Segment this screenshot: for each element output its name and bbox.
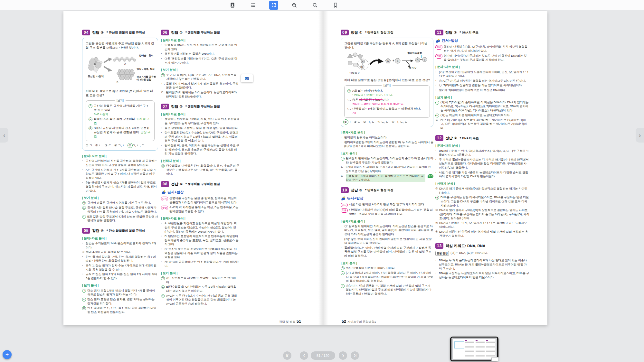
section-title: | 선택지 분석 | (435, 181, 529, 186)
book-spread: 08 04정답 ⑤＊규산염 광물의 결합 규칙성 그림은 규산염 사면체와 주요… (63, 11, 547, 325)
item-text: ㉠(아미노산)의 종류와 수, 결합 순서에 따라 단백질의 입체 구조가 달라… (346, 284, 433, 296)
choice-label: ㄷ (109, 144, 111, 148)
answer-choice: ④ㄱ, ㄴ (114, 144, 126, 148)
item-marker: · (82, 264, 84, 268)
choice-number: ③ (363, 120, 366, 124)
bogi-item: ㄴ. ㉠은 이산화 탄소(CO₂)이다.펩타이드결합이 일어나 H₂O가 빠져나… (347, 98, 427, 106)
item-marker: · (341, 246, 343, 250)
problem-header: 05정답 ⑤＊탄소 화합물의 결합 규칙성 (82, 228, 158, 234)
topic-label: ＊생명체를 구성하는 물질 (185, 30, 220, 34)
clue-item: 단서서로 다른 단백질 A와 B의 형성 과정 일부가 제시되어 있다. (341, 202, 433, 207)
download-page-icon[interactable] (228, 1, 237, 10)
analysis-item: ·B: 단당류인 포도당이 대표적이므로 탄수화물에 해당한다. 탄수화물의 종… (161, 234, 239, 246)
item-text: 개의 펩타이드결합으로 이루어져 있다. (370, 107, 421, 110)
page-indicator[interactable]: 51 / 120 (311, 351, 335, 360)
bogi-item: ㄷ B에서 규산염 사면체의 산소 4개는 인접한 규산염 사면체와 공유 결합… (89, 126, 152, 139)
footer-label: 자이스토리 통합과학1 (347, 320, 376, 323)
analysis-item: ·A는 규산염 사면체가 산소 2개를 공유하여 단일 사슬 모양으로 결합한 … (82, 168, 158, 180)
topic-label: ＊생명체를 구성하는 물질 (185, 182, 220, 186)
next-page-edge-button[interactable]: › (636, 128, 644, 143)
item-marker: ㄴ (341, 271, 345, 275)
answer-choice: ②ㄷ (354, 120, 361, 124)
next-page-button[interactable]: ❯ (339, 351, 347, 360)
analysis-section: | 문제+자료 분석 |·탄소는 주기율표의 14족 원소이므로 원자가 전자가… (82, 236, 158, 281)
item-marker: ㄷ (161, 294, 165, 298)
item-marker: · (82, 241, 84, 246)
item-text: B(탄수화물)와 C(단백질)는 모두 1 g당 4 kcal의 열량을 내는 … (166, 285, 239, 293)
chapter-tab[interactable]: 08 (241, 74, 253, 82)
choice-number: ④ (377, 120, 380, 124)
item-text: A는 유전정보를 저장하고 전달하는 물질이므로 핵산이다. (166, 276, 239, 284)
item-text: 2개의 아미노산 사이에 물 분자 1개가 빠지면서 펩타이드결합이 형성되므로… (346, 165, 433, 173)
item-text: ㉡: T(타이민)과 상보적인 결합을 하는 염기이므로 A(아데닌)이다. (439, 83, 529, 88)
diagram-label-b: B (117, 80, 118, 84)
item-text: DNA를 구성하는 당은 디옥시리보스이고, RNA를 구성하는 당은 리보스이… (440, 195, 529, 208)
left-page-column-1: 04정답 ⑤＊규산염 광물의 결합 규칙성 그림은 규산염 사면체와 주요 규산… (82, 29, 158, 320)
topic-label: ＊DNA의 구조 (459, 30, 478, 34)
analysis-section: | 보기 분석 |ㄱ㉠은 단백질의 단위체인 아미노산이다.ㄴ(가) 과정에서 … (341, 261, 433, 296)
bookmark-icon[interactable] (331, 1, 340, 10)
left-page-footer: 정답 및 해설51 (224, 319, 302, 324)
item-marker: · (341, 140, 343, 144)
clue-lightbulb-icon (341, 196, 346, 201)
item-text: 휘석은 A와 같은 단사슬 결합 구조로, 규산염 사면체가 양쪽의 산소를 공… (87, 206, 158, 214)
analysis-section: | 문제+자료 분석 |·규산염 사면체끼리 산소를 공유하여 결합할 때 공유… (82, 154, 158, 193)
topic-label: ＊단백질의 형성 과정 (364, 30, 393, 34)
analysis-item: ㄷ.단백질(B)의 단위체는 아미노산이다. 뉴클레오타이드가 단위체인 것은 … (161, 90, 239, 98)
analysis-item: ㄷ.㉠은 G(구아닌)과 상보적인 결합을 하는 염기이므로 C(사이토신)이고… (435, 118, 529, 130)
analysis-item: ·탄소는 주기율표의 14족 원소이므로 원자가 전자가 4개이다. (82, 241, 158, 249)
problem-header: 09정답 ①＊단백질의 형성 과정 (341, 30, 433, 35)
item-marker: · (341, 237, 343, 241)
problem-header: 08정답 ⑤＊생명체를 구성하는 물질 (161, 181, 239, 187)
clue-title: 단서+발상 (167, 190, 184, 195)
analysis-section: | 문제+자료 분석 |·단백질과 DNA는 모두 탄소 화합물이므로 구성 원… (161, 38, 239, 65)
analysis-section: | 보기 분석 |ㄱ탄소 원자 모형 1개에 반드시 결합 막대 4개를 꽂아야… (82, 283, 158, 314)
clue-badge: 발상 (161, 206, 168, 210)
choice-label: ㄱ (89, 144, 92, 148)
analysis-item: ·서로 다른 염기를 가진 4종류의 뉴클레오타이드가 다양한 순서로 결합하여… (435, 171, 529, 179)
bottom-navigation: |❮ ❮ 51 / 120 ❯ ❯| (0, 351, 644, 360)
item-text: (가)에 T(타이민)이 존재하므로 이 핵산은 DNA이다. DNA의 염기에… (440, 100, 529, 113)
item-text: 염기에 T(타이민)이 존재하므로 이 핵산은 DNA이다. (439, 88, 529, 92)
item-marker: · (161, 221, 163, 226)
analysis-item: ·(가): 많은 수의 아미노산이 펩타이드결합으로 연결되어 긴 사슬 모양의… (341, 237, 433, 245)
clue-badge: 적용 (435, 54, 442, 59)
last-page-button[interactable]: ❯| (351, 351, 359, 360)
search-icon[interactable] (310, 1, 319, 10)
item-marker: ㄴ. (161, 82, 165, 86)
protein-formation-diagram: 단백질 X A B A + B 펩타이드결합 ㉠ H₂O A B (344, 51, 430, 77)
analysis-item: ·C: 효소와 호르몬의 주성분이므로 단백질에 해당한다. 단백질은 생물체 … (161, 247, 239, 259)
item-text: B는 규산염 사면체가 산소 4개를 공유하여 입체 구조로 결합한 망상 구조… (86, 181, 158, 193)
thumbnail-page-chip[interactable] (491, 357, 499, 361)
item-marker: · (161, 43, 163, 47)
item-text: A는 규산염 사면체가 산소 2개를 공유하여 단일 사슬 모양으로 결합한 단… (86, 168, 158, 180)
item-marker: ➡ (82, 250, 85, 254)
analysis-section: | 보기 분석 |ㄱA는 유전정보를 저장하고 전달하는 물질이므로 핵산이다.… (161, 271, 239, 306)
choice-number: ① (344, 120, 347, 124)
zoom-in-icon[interactable] (290, 1, 299, 10)
item-text: ㉠은 '유전정보를 저장하는가?'이고, ㉡은 '구성 원소에 탄소가 있는가?… (165, 57, 239, 65)
item-text: 탄수화물과 단백질은 탄소 화합물이다. 효소, 호르몬의 주성분은 단백질이므… (166, 164, 239, 176)
choice-number: ⑤ (392, 120, 394, 124)
analysis-item: ·B는 규산염 사면체가 산소 4개를 공유하여 입체 구조로 결합한 망상 구… (82, 181, 158, 193)
answer-label: 정답 ② (445, 135, 457, 141)
analysis-item: ㄷB와 같은 망상 구조에서 4개의 산소는 인접한 규산염 사면체와 공유 결… (82, 215, 158, 223)
item-text: (가): 핵산의 기본 단위체인 뉴클레오타이드이며, 인산, 당, 염기가 1… (439, 70, 529, 78)
question-stem: 이에 대한 설명으로 옳은 것만을 [보기]에서 있는 대로 고른 것은? (344, 78, 430, 82)
previous-page-button[interactable]: ❮ (300, 351, 308, 360)
clue-item: 단서생명체를 구성하는 물질 중 단백질, 탄수화물, 핵산의 공통점과 차이점… (161, 196, 239, 204)
toc-list-icon[interactable] (249, 1, 258, 10)
right-page-column-2: 11정답 ③＊DNA의 구조단서+발상단서핵산의 단위체 (가)와, G(구아닌… (435, 29, 529, 320)
analysis-item: ⑤DNA의 이중나선 안쪽에 있는 염기쌍의 배열 순서에 따라 저장되는 유전… (435, 230, 529, 238)
fullscreen-icon[interactable] (269, 1, 278, 10)
analysis-item: ㄱ규산염 광물은 규산염 사면체를 기본 구조로 한다. (82, 201, 158, 205)
left-page-column-2: 06정답 ①＊생명체를 구성하는 물질| 문제+자료 분석 |·단백질과 DNA… (161, 29, 239, 320)
item-marker: · (161, 126, 163, 130)
first-page-button[interactable]: |❮ (283, 351, 291, 360)
clue-block: 단서+발상단서핵산의 단위체 (가)와, G(구아닌), T(타이민)와 각각 … (435, 38, 529, 62)
page-number: 51 (297, 319, 301, 324)
prev-page-edge-button[interactable]: ‹ (0, 128, 8, 143)
answer-choice: ④ㄴ, ㄷ (377, 120, 389, 124)
item-text: DNA를 구성하는 뉴클레오타이드의 당은 디옥시리보스이고, RNA를 구성하… (439, 271, 529, 279)
item-marker: ㄴ. (341, 165, 345, 169)
